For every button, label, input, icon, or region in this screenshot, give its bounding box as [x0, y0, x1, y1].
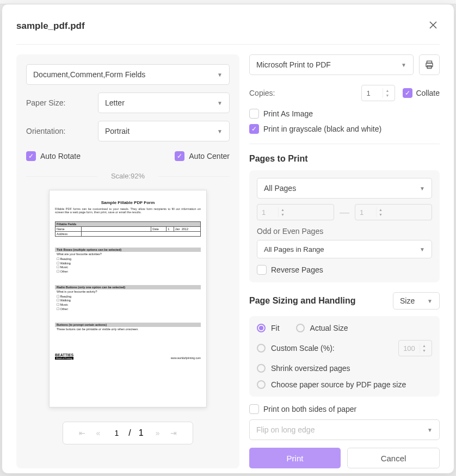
print-button[interactable]: Print	[249, 448, 341, 468]
sizing-title: Page Sizing and Handling	[249, 296, 356, 306]
reverse-pages-checkbox[interactable]	[257, 265, 267, 275]
printer-properties-button[interactable]	[419, 54, 440, 75]
print-as-image-checkbox[interactable]	[249, 109, 259, 119]
check-icon: ✓	[405, 89, 410, 97]
auto-center-checkbox[interactable]: ✓	[175, 151, 184, 161]
copies-spinner[interactable]: ▲▼	[361, 85, 395, 101]
sizing-box: Fit Actual Size Custom Scale (%): ▲▼	[249, 316, 440, 397]
printer-select[interactable]: Microsoft Print to PDF ▼	[249, 54, 414, 75]
orientation-label: Orientation:	[26, 127, 91, 135]
spinner-down[interactable]: ▼	[383, 93, 391, 98]
pager-next[interactable]: »	[151, 426, 164, 440]
both-sides-checkbox[interactable]	[249, 404, 259, 414]
check-icon: ✓	[177, 152, 182, 160]
pages-to-print-title: Pages to Print	[249, 154, 440, 164]
printer-value: Microsoft Print to PDF	[256, 60, 331, 69]
pager-current[interactable]	[107, 428, 126, 438]
copies-label: Copies:	[249, 89, 315, 97]
orientation-value: Portrait	[105, 127, 130, 135]
collate-checkbox[interactable]: ✓	[403, 88, 412, 98]
custom-scale-input[interactable]	[399, 344, 420, 353]
paper-size-select[interactable]: Letter ▼	[98, 92, 230, 113]
grayscale-label: Print in grayscale (black and white)	[263, 125, 381, 133]
range-from-spinner[interactable]: ▲▼	[257, 204, 334, 220]
content-select[interactable]: Document,Comment,Form Fields ▼	[26, 64, 230, 85]
chevron-down-icon: ▼	[401, 62, 406, 68]
actual-size-label: Actual Size	[310, 324, 348, 332]
range-separator: —	[340, 207, 349, 218]
check-icon: ✓	[28, 152, 34, 160]
odd-even-label: Odd or Even Pages	[257, 227, 432, 236]
printer-icon	[424, 60, 434, 70]
print-dialog: sample_pdf.pdf Document,Comment,Form Fie…	[2, 4, 454, 473]
fit-radio[interactable]	[257, 324, 266, 332]
size-mode-value: Size	[400, 296, 415, 305]
pager-first[interactable]: ⇤	[75, 426, 90, 440]
auto-rotate-checkbox[interactable]: ✓	[26, 151, 36, 161]
range-to-spinner[interactable]: ▲▼	[355, 204, 432, 220]
chevron-down-icon: ▼	[420, 246, 425, 252]
chevron-down-icon: ▼	[420, 186, 425, 191]
reverse-pages-label: Reverse Pages	[271, 265, 323, 274]
odd-even-value: All Pages in Range	[264, 245, 324, 254]
spinner-up[interactable]: ▲	[383, 88, 391, 93]
chevron-down-icon: ▼	[427, 298, 433, 304]
chevron-down-icon: ▼	[427, 427, 433, 433]
choose-source-label: Choose paper source by PDF page size	[271, 380, 406, 389]
orientation-select[interactable]: Portrait ▼	[98, 121, 230, 141]
custom-scale-label: Custom Scale (%):	[271, 344, 335, 353]
dialog-header: sample_pdf.pdf	[16, 17, 440, 45]
paper-size-value: Letter	[105, 98, 125, 107]
auto-rotate-label: Auto Rotate	[40, 152, 81, 160]
odd-even-select[interactable]: All Pages in Range ▼	[257, 240, 432, 258]
copies-input[interactable]	[362, 89, 383, 97]
pages-select-value: All Pages	[264, 184, 296, 193]
collate-label: Collate	[416, 89, 440, 97]
auto-center-label: Auto Center	[189, 152, 230, 160]
page-preview: Sample Fillable PDF Form Fillable PDF fo…	[49, 190, 207, 407]
duplex-select[interactable]: Flip on long edge ▼	[249, 419, 440, 440]
pages-to-print-box: All Pages ▼ ▲▼ — ▲▼ Odd or Even Pages	[249, 170, 440, 282]
duplex-value: Flip on long edge	[256, 425, 315, 434]
grayscale-checkbox[interactable]: ✓	[249, 124, 259, 134]
chevron-down-icon: ▼	[217, 100, 223, 106]
choose-source-radio[interactable]	[257, 380, 266, 389]
pager-last[interactable]: ⇥	[166, 426, 181, 440]
pages-select[interactable]: All Pages ▼	[257, 178, 432, 199]
preview-panel: Document,Comment,Form Fields ▼ Paper Siz…	[16, 54, 239, 468]
pager-sep: /	[128, 428, 131, 438]
check-icon: ✓	[251, 125, 257, 133]
pager-prev[interactable]: «	[92, 426, 105, 440]
shrink-radio[interactable]	[257, 364, 266, 373]
paper-size-label: Paper Size:	[26, 98, 91, 107]
content-select-value: Document,Comment,Form Fields	[33, 70, 145, 79]
background-toolbar	[0, 0, 456, 4]
scale-text: Scale:92%	[26, 172, 230, 180]
range-to-input[interactable]	[355, 208, 376, 217]
print-as-image-label: Print As Image	[263, 109, 313, 118]
close-icon	[429, 21, 437, 29]
shrink-label: Shrink oversized pages	[271, 364, 350, 373]
custom-scale-spinner[interactable]: ▲▼	[398, 340, 432, 356]
chevron-down-icon: ▼	[217, 72, 223, 78]
settings-panel: Microsoft Print to PDF ▼ Copies: ▲▼ ✓	[249, 54, 440, 468]
actual-size-radio[interactable]	[296, 324, 305, 332]
custom-scale-radio[interactable]	[257, 344, 266, 353]
chevron-down-icon: ▼	[217, 128, 223, 134]
range-from-input[interactable]	[257, 208, 278, 217]
size-mode-select[interactable]: Size ▼	[393, 292, 440, 310]
cancel-button[interactable]: Cancel	[347, 448, 440, 468]
pager-total: 1	[133, 428, 149, 438]
pager: ⇤ « / 1 » ⇥	[63, 422, 193, 444]
both-sides-label: Print on both sides of paper	[263, 405, 356, 413]
fit-label: Fit	[271, 324, 280, 332]
dialog-title: sample_pdf.pdf	[16, 21, 85, 32]
close-button[interactable]	[427, 17, 440, 34]
